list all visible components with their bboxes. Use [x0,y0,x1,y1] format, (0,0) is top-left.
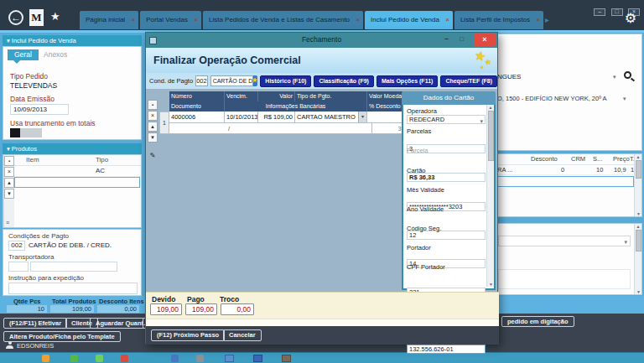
scroll-up-icon[interactable]: ▲ [635,224,641,229]
window-minimize-button[interactable]: – [594,8,605,16]
scroll-down-icon[interactable]: ▼ [635,211,642,216]
cell-valor-moeda[interactable] [367,111,404,123]
payment-grid-row[interactable]: 4000006 10/10/2013 R$ 109,00 CARTAO MAES… [169,111,404,123]
window-maximize-button[interactable]: □ [611,8,623,16]
row-up-icon[interactable]: ▲ [4,178,14,188]
cond-pagto-code-field[interactable]: 002 [195,75,208,86]
combo-dropdown-icon[interactable]: ▾ [358,111,366,122]
row-delete-icon[interactable]: × [4,167,14,177]
proximo-passo-button[interactable]: (F12) Próximo Passo [151,329,225,341]
dialog-minimize-icon[interactable]: – [444,34,449,43]
notes-scrollbar[interactable]: ▲ ▼ [634,224,641,294]
scroll-down-icon[interactable]: ▼ [487,282,495,287]
scrollbar-thumb[interactable] [488,111,494,161]
cond-pagto-combo[interactable]: CARTÃO DE DEB. / CRE [210,75,253,86]
instrucao-textarea[interactable] [8,283,138,294]
taskbar-icon[interactable] [70,355,78,362]
scrollbar-thumb[interactable] [636,230,641,252]
data-emissao-field[interactable]: 10/09/2013 [10,104,69,115]
cell-vencim[interactable]: 10/10/2013 [225,111,258,123]
collapse-icon[interactable]: ▾ [7,37,10,44]
cancelar-button[interactable]: Cancelar [223,329,262,341]
row-edit-icon[interactable]: ✎ [148,151,158,161]
cell-tipo-pgto-combo[interactable]: CARTAO MAESTRO ▾ [295,111,367,123]
dialog-close-button[interactable]: × [474,34,496,46]
client-name-value[interactable]: NGUES [497,73,521,80]
collapse-icon[interactable]: ▾ [7,145,10,153]
taskbar-icon[interactable] [96,355,103,362]
tab-close-icon[interactable]: × [131,11,135,29]
address-dropdown-icon[interactable]: ▾ [623,96,626,102]
search-icon[interactable] [624,71,631,79]
pago-value-field[interactable]: 109,00 [185,303,217,315]
payment-row-index[interactable]: 1 [159,111,169,134]
classificacao-button[interactable]: Classificação (F9) [314,75,374,87]
gear-icon[interactable]: ⚙ [625,10,636,26]
scroll-up-icon[interactable]: ▲ [487,105,494,110]
row-marker-icon[interactable]: ▪ [148,100,158,110]
items-grid-row[interactable]: RA ... 0 10 10,9 1... [496,165,635,175]
tab-anexos[interactable]: Anexos [44,49,67,60]
cond-pagto-value[interactable]: CARTÃO DE DEB. / CRED. [29,241,112,249]
taskbar-icon[interactable] [225,355,234,362]
scroll-up-icon[interactable]: ▲ [635,154,641,159]
tab-inclui-pedido-venda[interactable]: Inclui Pedido de Venda × [365,11,453,29]
cond-pagto-code-field[interactable]: 002 [8,241,25,251]
notes-dropdown[interactable]: ▾ [498,236,631,246]
operadora-select[interactable]: REDECARD ▾ [407,115,486,124]
payment-grid-subrow[interactable]: / 3,5 [169,123,409,134]
address-value[interactable]: O, 1500 - EDIFÍCIO NEW YORK, 20º A [497,95,607,102]
row-marker-icon[interactable]: ▪ [4,156,14,166]
troco-value-field[interactable]: 0,00 [221,303,254,315]
tab-close-icon[interactable]: × [356,11,360,29]
client-dropdown-icon[interactable]: ▾ [613,74,616,80]
tab-close-icon[interactable]: × [536,11,540,29]
tab-close-icon[interactable]: × [445,11,449,29]
taskbar-icon[interactable] [171,355,179,362]
truncamento-toggle-track[interactable] [20,128,42,137]
row-delete-icon[interactable]: × [148,111,158,121]
section-header-produtos[interactable]: ▾ Produtos [3,143,142,154]
tab-close-icon[interactable]: × [194,11,198,29]
tipo-pedido-value[interactable]: TELEVENDAS [10,81,57,90]
taskbar-icon[interactable] [196,355,204,362]
row-up-icon[interactable]: ▲ [148,122,158,132]
cell-info-bancarias[interactable]: / [169,123,372,134]
scrollbar-thumb[interactable] [636,160,641,179]
altera-produto-button[interactable]: Altera Produto/Ficha pelo Template [3,331,121,342]
back-icon[interactable]: ← [8,10,23,25]
row-menu-icon[interactable]: ≡ [6,220,9,226]
notes-textarea[interactable] [498,269,631,289]
tab-lista-pedidos[interactable]: Lista Pedidos de Venda e Listas de Casam… [203,11,363,29]
items-grid-selected-row[interactable] [496,176,634,187]
cell-numero[interactable]: 4000006 [169,111,225,123]
section-header-inclui-pedido[interactable]: ▾ Inclui Pedido de Venda [3,35,142,46]
scroll-down-icon[interactable]: ▼ [635,289,642,294]
taskbar-icon[interactable] [253,355,262,362]
tab-pagina-inicial[interactable]: Página inicial × [80,11,138,29]
mais-opcoes-button[interactable]: Mais Opções (F11) [377,75,438,87]
devido-value-field[interactable]: 109,00 [150,303,182,315]
cpf-portador-field[interactable]: 132.556.626-01 [407,345,486,354]
truncamento-toggle[interactable] [10,128,20,137]
favorites-star-icon[interactable]: ★ [50,10,60,23]
historico-button[interactable]: Histórico (F10) [260,75,311,87]
efetivar-button[interactable]: (F12/F11) Efetivar [3,318,67,329]
taskbar-icon[interactable] [121,355,128,362]
dialog-maximize-icon[interactable]: □ [460,35,464,43]
row-down-icon[interactable]: ▼ [148,132,158,143]
produtos-selected-row[interactable] [14,177,140,188]
card-scrollbar[interactable]: ▲ ▼ [486,105,494,287]
app-logo-icon[interactable]: M [29,9,44,26]
taskbar-icon[interactable] [42,355,49,362]
produtos-table-row[interactable]: AC [14,166,141,177]
tab-geral[interactable]: Geral [8,49,39,60]
cheque-tef-button[interactable]: Cheque/TEF (F8) [440,75,497,87]
taskbar-icon[interactable] [282,355,291,362]
tab-lista-perfil-impostos[interactable]: Lista Perfil de Impostos × [454,11,543,29]
items-grid-scrollbar[interactable]: ▲ ▼ [634,154,641,216]
pedido-digitacao-button[interactable]: pedido em digitação [501,316,574,327]
tab-portal-vendas[interactable]: Portal Vendas × [140,11,201,29]
transportadora-name-field[interactable] [30,262,117,272]
new-tab-icon[interactable]: ▸ [545,11,549,29]
